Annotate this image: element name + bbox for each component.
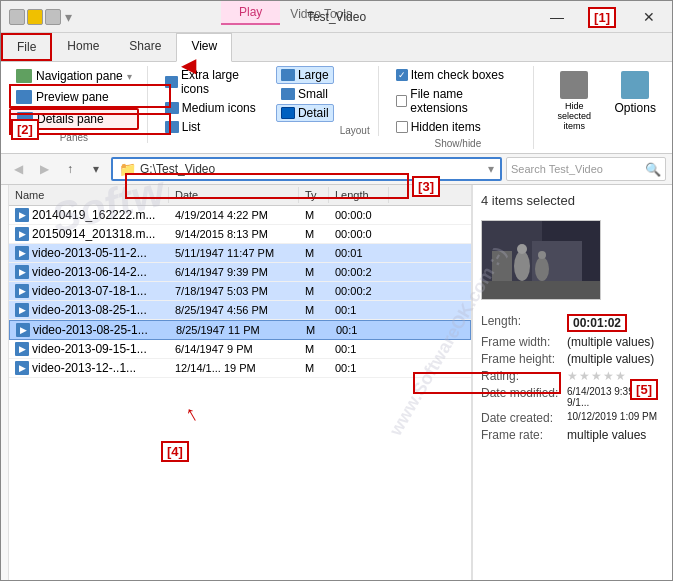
file-type: M — [299, 208, 329, 222]
extra-large-icon — [165, 76, 178, 88]
hidden-items-checkbox — [396, 121, 408, 133]
date-created-value: 10/12/2019 1:09 PM — [567, 411, 657, 425]
search-placeholder: Search Test_Video — [511, 163, 641, 175]
file-length: 00:1 — [330, 323, 390, 337]
list-btn[interactable]: List — [160, 118, 270, 136]
extra-large-icons-btn[interactable]: Extra large icons — [160, 66, 270, 98]
minimize-button[interactable]: — — [534, 1, 580, 33]
length-value: 00:01:02 — [567, 314, 627, 332]
tab-view[interactable]: View — [176, 33, 232, 62]
close-button[interactable]: ✕ — [626, 1, 672, 33]
svg-point-6 — [538, 251, 546, 259]
file-date: 4/19/2014 4:22 PM — [169, 208, 299, 222]
tab-share[interactable]: Share — [114, 33, 176, 61]
window: ▾ Play Video Tools Test_Video — □ ✕ File… — [0, 0, 673, 581]
layout-group: Extra large icons Medium icons List Larg… — [160, 66, 379, 136]
marker-2: [2] — [11, 119, 39, 140]
medium-icon — [165, 102, 179, 114]
col-header-length[interactable]: Length — [329, 187, 389, 203]
col-header-type[interactable]: Ty — [299, 187, 329, 203]
tab-file[interactable]: File — [1, 33, 52, 61]
file-date: 7/18/1947 5:03 PM — [169, 284, 299, 298]
hidden-items-btn[interactable]: Hidden items — [391, 118, 525, 136]
file-type: M — [299, 284, 329, 298]
list-label: List — [182, 120, 201, 134]
file-icon: ▶ — [15, 303, 29, 317]
file-name: ▶20150914_201318.m... — [9, 226, 169, 242]
table-row[interactable]: ▶video-2013-05-11-2... 5/11/1947 11:47 P… — [9, 244, 471, 263]
frame-rate-row: Frame rate: multiple values — [481, 428, 664, 442]
list-icon — [165, 121, 179, 133]
table-row[interactable]: ▶video-2013-08-25-1... 8/25/1947 11 PM M… — [9, 320, 471, 340]
col-header-name[interactable]: Name — [9, 187, 169, 203]
tab-home[interactable]: Home — [52, 33, 114, 61]
file-name: ▶video-2013-09-15-1... — [9, 341, 169, 357]
file-length: 00:1 — [329, 342, 389, 356]
preview-pane-button[interactable]: Preview pane — [9, 87, 139, 107]
up-button[interactable]: ↑ — [59, 158, 81, 180]
quick-access-dropdown[interactable]: ▾ — [65, 9, 72, 25]
large-label: Large — [298, 68, 329, 82]
navigation-pane-icon — [16, 69, 32, 83]
back-button[interactable]: ◀ — [7, 158, 29, 180]
folder-icon: 📁 — [119, 161, 136, 177]
file-list-header: Name Date Ty Length — [9, 185, 471, 206]
item-checkboxes-btn[interactable]: ✓ Item check boxes — [391, 66, 525, 84]
table-row[interactable]: ▶video-2013-06-14-2... 6/14/1947 9:39 PM… — [9, 263, 471, 282]
search-box[interactable]: Search Test_Video 🔍 — [506, 157, 666, 181]
extra-large-label: Extra large icons — [181, 68, 265, 96]
nav-pane-label: Navigation pane — [36, 69, 123, 83]
quick-access-icon3 — [45, 9, 61, 25]
address-input[interactable]: 📁 G:\Test_Video ▾ — [111, 157, 502, 181]
file-type: M — [299, 265, 329, 279]
rating-stars[interactable]: ★★★★★ — [567, 369, 627, 383]
file-type: M — [299, 342, 329, 356]
file-length: 00:00:2 — [329, 265, 389, 279]
table-row[interactable]: ▶video-2013-09-15-1... 6/14/1947 9 PM M … — [9, 340, 471, 359]
item-check-checkbox: ✓ — [396, 69, 408, 81]
table-row[interactable]: ▶video-2013-07-18-1... 7/18/1947 5:03 PM… — [9, 282, 471, 301]
table-row[interactable]: ▶video-2013-12-..1... 12/14/1... 19 PM M… — [9, 359, 471, 378]
medium-label: Medium icons — [182, 101, 256, 115]
table-row[interactable]: ▶video-2013-08-25-1... 8/25/1947 4:56 PM… — [9, 301, 471, 320]
hide-selected-button[interactable]: Hide selected items — [546, 66, 602, 136]
quick-access-icon1 — [9, 9, 25, 25]
title-bar: ▾ Play Video Tools Test_Video — □ ✕ — [1, 1, 672, 33]
small-label: Small — [298, 87, 328, 101]
nav-pane-dropdown[interactable]: ▾ — [127, 71, 132, 82]
preview-selected-label: 4 items selected — [481, 193, 664, 208]
table-row[interactable]: ▶20140419_162222.m... 4/19/2014 4:22 PM … — [9, 206, 471, 225]
table-row[interactable]: ▶20150914_201318.m... 9/14/2015 8:13 PM … — [9, 225, 471, 244]
file-name: ▶video-2013-06-14-2... — [9, 264, 169, 280]
file-length: 00:01 — [329, 246, 389, 260]
preview-metadata: Length: 00:01:02 Frame width: (multiple … — [481, 314, 664, 442]
file-date: 9/14/2015 8:13 PM — [169, 227, 299, 241]
col-header-date[interactable]: Date — [169, 187, 299, 203]
svg-rect-8 — [492, 251, 512, 281]
navigation-pane-button[interactable]: Navigation pane ▾ — [9, 66, 139, 86]
big-buttons-group: Hide selected items Options — [546, 66, 664, 136]
options-button[interactable]: Options — [606, 66, 664, 120]
showhide-group-label: Show/hide — [391, 138, 525, 149]
large-icons-btn[interactable]: Large — [276, 66, 334, 84]
forward-button[interactable]: ▶ — [33, 158, 55, 180]
options-label: Options — [615, 101, 656, 115]
rating-label: Rating: — [481, 369, 561, 383]
preview-pane-label: Preview pane — [36, 90, 109, 104]
address-text: G:\Test_Video — [140, 162, 484, 176]
date-modified-label: Date modified: — [481, 386, 561, 408]
file-ext-btn[interactable]: File name extensions — [391, 85, 525, 117]
file-area: Name Date Ty Length ▶20140419_162222.m..… — [1, 185, 672, 581]
medium-icons-btn[interactable]: Medium icons — [160, 99, 270, 117]
item-check-label: Item check boxes — [411, 68, 504, 82]
file-name: ▶video-2013-07-18-1... — [9, 283, 169, 299]
file-list[interactable]: Name Date Ty Length ▶20140419_162222.m..… — [9, 185, 472, 581]
play-tab[interactable]: Play — [221, 1, 280, 25]
address-dropdown-arrow[interactable]: ▾ — [488, 162, 494, 176]
file-length: 00:00:0 — [329, 208, 389, 222]
window-title: Test_Video — [307, 10, 366, 24]
detail-btn[interactable]: Detail — [276, 104, 334, 122]
file-date: 8/25/1947 11 PM — [170, 323, 300, 337]
small-icons-btn[interactable]: Small — [276, 85, 334, 103]
recent-locations-button[interactable]: ▾ — [85, 158, 107, 180]
